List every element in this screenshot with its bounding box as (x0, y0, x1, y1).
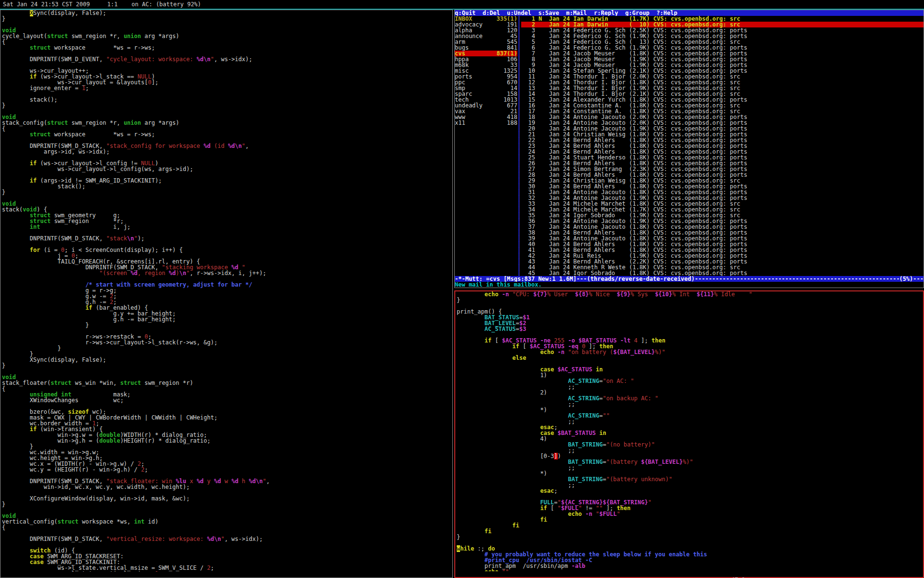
mutt-help-text: q:Quit d:Del u:Undel s:Save m:Mail r:Rep… (455, 10, 677, 16)
code-line: XConfigureWindow(display, win->id, mask,… (2, 496, 452, 501)
code-line: args->id, ws->idx); (2, 149, 452, 155)
vim-left-window[interactable]: XSync(display, False);} voidcycle_layout… (0, 10, 453, 578)
code-line: win->g.h = (double)HEIGHT(r) * dialog_ra… (2, 438, 452, 444)
code-line: ws->cur_layout->l_config(ws, args->id); (2, 166, 452, 172)
wm-status-bar: Sat Jan 24 21:53 CST 2009 1:1 on AC: (ba… (0, 0, 924, 10)
code-line (2, 195, 452, 201)
code-line (2, 368, 452, 374)
code-line: ignore_enter = 1; (2, 85, 452, 91)
code-line: r->ws->cur_layout->l_stack(r->ws, &g); (2, 340, 452, 345)
code-line: fi (457, 528, 923, 534)
mutt-body: INBOX 335(1)advocacy 191alpha 120announc… (455, 16, 924, 276)
code-line: struct workspace *ws = r->ws; (2, 131, 452, 137)
mutt-help-bar: q:Quit d:Del u:Undel s:Save m:Mail r:Rep… (455, 10, 924, 16)
vim-shell-buffer[interactable]: echo -n "CPU: ${7}% User ${8}% Nice ${9}… (455, 291, 923, 571)
vim-left-buffer[interactable]: XSync(display, False);} voidcycle_layout… (0, 10, 452, 572)
code-line (2, 22, 452, 27)
code-line: BAT_LEVEL=$2 (457, 320, 923, 326)
wm-status-text: Sat Jan 24 21:53 CST 2009 1:1 on AC: (ba… (3, 1, 201, 7)
code-line: stack_floater(struct ws_win *win, struct… (2, 380, 452, 386)
code-line: echo -n "CPU: ${7}% User ${8}% Nice ${9}… (457, 291, 923, 297)
code-line: } (2, 16, 452, 22)
code-line: } (2, 345, 452, 351)
code-line: struct workspace *ws = r->ws; (2, 45, 452, 51)
code-line: XSync(display, False); (2, 357, 452, 363)
mutt-folder-sidebar[interactable]: INBOX 335(1)advocacy 191alpha 120announc… (455, 16, 517, 276)
mutt-window[interactable]: q:Quit d:Del u:Undel s:Save m:Mail r:Rep… (454, 10, 924, 288)
code-line: cycle_layout(struct swm_region *r, union… (2, 33, 452, 39)
mutt-folder-item[interactable]: x11 188 (455, 120, 517, 126)
code-line: esac; (457, 488, 923, 494)
code-line: stack_config(struct swm_region *r, union… (2, 120, 452, 126)
vim-shell-script-window[interactable]: echo -n "CPU: ${7}% User ${8}% Nice ${9}… (454, 290, 924, 578)
code-line: } (457, 297, 923, 303)
code-line: } (2, 189, 452, 195)
code-line: BAT_STATUS=$1 (457, 315, 923, 320)
code-line: void (2, 201, 452, 207)
sidebar-separator-glyph: | (517, 270, 521, 276)
mutt-message-index[interactable]: 1 N Jan 24 Ian Darwin (1.7K) CVS: cvs.op… (521, 16, 924, 276)
code-line: DNPRINTF(SWM_D_STACK, "vertical_resize: … (2, 536, 452, 542)
code-line: } (2, 322, 452, 328)
code-line: } (2, 363, 452, 368)
code-line: XWindowChanges wc; (2, 397, 452, 403)
code-line: print_apm /usr/sbin/apm -alb (457, 563, 923, 569)
code-line: stack(); (2, 97, 452, 103)
code-line: stack(); (2, 184, 452, 189)
code-line: int i, j; (2, 224, 452, 230)
code-line: win->id, wc.x, wc.y, wc.width, wc.height… (2, 484, 452, 490)
code-line: } (2, 501, 452, 507)
mutt-status-percent: (5%)--- (899, 276, 924, 282)
mutt-sidebar-separator: ||||||||||||||||||||||||||||||||||||||||… (517, 16, 521, 276)
code-line: { (2, 525, 452, 530)
vim-left-ruler: 1046,2-9 48% (0, 572, 452, 578)
code-line (2, 91, 452, 97)
code-line: } (457, 534, 923, 540)
code-line: "(screen %d, region %d)\n", r->ws->idx, … (2, 270, 452, 276)
code-line: } (2, 103, 452, 108)
mutt-new-mail-notice: New mail in this mailbox. (455, 282, 924, 288)
code-line: vertical_config(struct workspace *ws, in… (2, 519, 452, 525)
code-line: fi (457, 523, 923, 528)
code-line: XSync(display, False); (2, 10, 452, 16)
code-line (457, 540, 923, 546)
code-line: else (457, 355, 923, 361)
mutt-message-row[interactable]: 45 Jan 24 Igor Sobrado (1.8K) CVS: cvs.o… (521, 270, 924, 276)
vim-right-ruler: 47,1 60% (455, 571, 923, 577)
code-line (2, 507, 452, 513)
code-line: wc.y = (HEIGHT(r) - win->g.h) / 2; (2, 467, 452, 473)
code-line (2, 108, 452, 114)
code-line: fi (457, 517, 923, 523)
mutt-status-fill: ----------------------------------------… (695, 276, 899, 282)
code-line: DNPRINTF(SWM_D_STACK, "stack\n"); (2, 236, 452, 241)
code-line: echo -n "on battery (${BAT_LEVEL}%)" (457, 349, 923, 355)
code-line: DNPRINTF(SWM_D_EVENT, "cycle_layout: wor… (2, 56, 452, 62)
code-line: AC_STATUS=$3 (457, 326, 923, 332)
code-line (457, 303, 923, 309)
